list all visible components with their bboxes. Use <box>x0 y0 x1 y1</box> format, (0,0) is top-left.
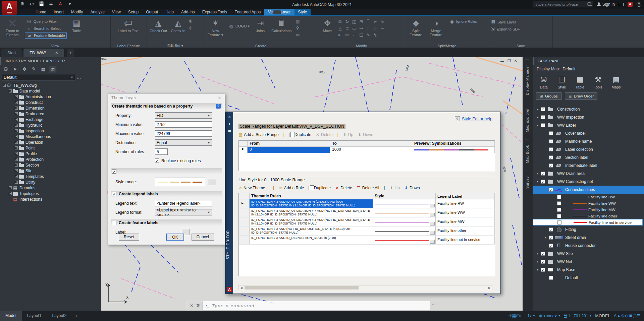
layer-checkbox[interactable]: ✓ <box>541 115 545 119</box>
feature-selectable-button[interactable]: ▰Feature Selectable <box>25 33 67 39</box>
layer-checkbox[interactable] <box>557 220 561 224</box>
lengthen-icon[interactable]: ⟝ <box>379 25 386 31</box>
scroll-right-icon[interactable]: ▶ <box>487 286 492 290</box>
reverse-icon[interactable]: ↯ <box>372 32 379 38</box>
explorer-tree-item[interactable]: + Domains <box>0 185 100 191</box>
layer-checkbox[interactable]: ✓ <box>549 139 553 143</box>
save-layer-button[interactable]: 🖪Save Layer <box>491 19 520 24</box>
draw-order-button[interactable]: ≣Draw Order <box>565 92 598 100</box>
snap-mode-icon[interactable]: ⊞ <box>516 313 520 318</box>
explorer-tree-item[interactable]: - Data model <box>0 88 100 94</box>
current-view-dropdown[interactable]: ⊕<none>▼ <box>539 313 561 318</box>
command-input[interactable]: ›_ Type a command <box>203 301 430 310</box>
tree-expander-icon[interactable]: + <box>15 169 18 172</box>
layer-checkbox[interactable] <box>557 195 561 199</box>
autocad-logo-icon[interactable]: AM3D <box>2 1 17 15</box>
tree-expander-icon[interactable]: + <box>15 118 18 121</box>
layer-checkbox[interactable]: ✓ <box>541 180 545 184</box>
tree-expander-icon[interactable]: ▾ <box>536 268 539 271</box>
layer-checkbox[interactable] <box>557 208 561 212</box>
ribbon-panel-chooser[interactable]: ▾ <box>273 9 283 15</box>
edit-set-extra1-icon[interactable]: ❋ <box>189 18 192 24</box>
rule-expression-cell[interactable]: ID_FUNCTION = 3 AND ID_UTILISATION = 4 A… <box>250 217 373 226</box>
validate-icon[interactable]: ✥ <box>21 66 28 72</box>
tree-expander-icon[interactable]: ▸ <box>536 172 539 175</box>
task-pane-tool-button[interactable]: ⛁ Data <box>535 75 552 89</box>
legend-text-input[interactable]: <Enter the legend label> <box>155 200 212 206</box>
layer-tree-item[interactable]: Facility line WW <box>533 200 644 206</box>
chamfer-icon[interactable]: ⌐ <box>372 18 379 25</box>
tree-expander-icon[interactable]: + <box>15 158 18 161</box>
task-pane-tool-button[interactable]: ▦ Table <box>572 75 588 89</box>
explorer-tree-item[interactable]: + Hydraulic <box>0 122 100 128</box>
style-range-checkbox[interactable]: ✓ <box>112 169 116 174</box>
edit-set-extra2-icon[interactable]: ❊ <box>189 25 192 31</box>
layer-checkbox[interactable]: ✓ <box>549 244 553 248</box>
duplicate-rule-button[interactable]: Duplicate <box>309 186 331 190</box>
tree-expander-icon[interactable]: ▾ <box>536 180 539 183</box>
tree-expander-icon[interactable]: + <box>15 141 18 144</box>
legend-label-cell[interactable]: Facility line other <box>436 227 495 235</box>
column-from[interactable]: From <box>248 141 330 146</box>
grid-display-icon[interactable]: ▦ <box>512 313 516 318</box>
tree-expander-icon[interactable]: ▾ <box>536 124 539 127</box>
explorer-tree-item[interactable]: + Administration <box>0 94 100 100</box>
ribbon-tab[interactable]: Featured Apps <box>231 9 264 15</box>
feature-labels-checkbox[interactable] <box>112 221 116 225</box>
minimize-icon[interactable]: ▬ <box>500 59 504 63</box>
isolate-objects-icon[interactable]: ⊙ <box>625 313 629 318</box>
rule-expression-cell[interactable]: ID_FUNCTION = 3 AND ID_UTILISATION = 7 A… <box>250 208 373 217</box>
style-cell[interactable]: … <box>373 208 436 217</box>
layer-checkbox[interactable]: ✓ <box>541 107 545 111</box>
delete-button[interactable]: ✕Delete <box>316 132 333 137</box>
layer-checkbox[interactable]: ✓ <box>541 252 545 256</box>
explorer-tree-item[interactable]: + Protection <box>0 156 100 162</box>
tree-expander-icon[interactable]: ▸ <box>536 108 539 111</box>
ribbon-tab[interactable]: View <box>108 9 124 15</box>
merge-feature-button[interactable]: ◑ Merge Feature <box>427 17 445 43</box>
scrollbar-thumb[interactable] <box>245 286 359 290</box>
explorer-tree-item[interactable]: - TB_WW.dwg <box>0 82 100 88</box>
new-feature-button[interactable]: ✶ New Feature ▾ <box>206 17 225 43</box>
layer-tree-item[interactable]: none ✓ Section label <box>533 153 644 162</box>
check-out-button[interactable]: ◮ Check Out <box>149 17 168 43</box>
tab-start[interactable]: Start <box>1 49 22 57</box>
help-icon[interactable]: ? <box>637 2 641 7</box>
cancel-button[interactable]: Cancel <box>192 234 214 241</box>
layer-tree-item[interactable]: ▸ ✓ WW Net <box>533 258 644 266</box>
label-to-text-button[interactable]: 🏷 Label to Text <box>113 17 144 43</box>
explorer-tree-item[interactable]: + Exchange <box>0 117 100 122</box>
layer-tree-item[interactable]: ▸ ✓ WW Site <box>533 250 644 258</box>
join-icon[interactable]: ⌐ <box>351 32 358 38</box>
annotation-visibility-icon[interactable]: A <box>614 313 617 318</box>
task-pane-tool-button[interactable]: ⚒ Tools <box>590 75 606 89</box>
create-extra1-icon[interactable]: ▥ <box>296 18 300 24</box>
legend-label-cell[interactable]: Facility line WW <box>436 208 495 217</box>
layer-checkbox[interactable]: ✓ <box>549 228 553 232</box>
style-browse-button[interactable]: … <box>430 231 435 235</box>
legend-label-cell[interactable]: Facility line RW <box>436 199 495 208</box>
break-icon[interactable]: ✂ <box>344 32 351 38</box>
infer-constraints-icon[interactable]: ✛ <box>508 313 512 318</box>
move-button[interactable]: ✥ Move <box>320 17 335 43</box>
rule-expression-cell[interactable]: ID_FUNCTION = 3 AND (NOT ID_DISPOSITION_… <box>250 227 373 235</box>
style-cell[interactable]: … <box>373 199 436 208</box>
style-cell[interactable]: … <box>373 227 436 235</box>
layer-tree-item[interactable]: ▸ ✓ Street drain <box>533 234 644 242</box>
tree-expander-icon[interactable]: + <box>9 186 12 189</box>
layer-tree-item[interactable]: none ✓ Intermediate label <box>533 162 644 170</box>
rule-expression-cell[interactable]: ID_FUNCTION = 3 AND ID_DISPOSITION_STATE… <box>250 236 373 244</box>
layer-tree-item[interactable]: none ✓ Connection lines <box>533 186 644 194</box>
thematic-rule-row[interactable]: ID_FUNCTION = 3 AND ID_UTILISATION = 4 A… <box>239 217 495 227</box>
layer-checkbox[interactable]: ✓ <box>549 188 553 192</box>
to-cell[interactable]: 1000 <box>330 147 412 153</box>
query-to-filter-button[interactable]: ⛁Query to Filter <box>25 18 67 24</box>
property-select[interactable]: FID▼ <box>155 112 212 119</box>
legend-labels-checkbox[interactable]: ✓ <box>112 192 116 196</box>
viewport-scale-dropdown[interactable]: 1 : 701.201▼ <box>564 314 592 318</box>
side-tab[interactable]: Display Manager <box>525 59 529 101</box>
ortho-mode-icon[interactable]: ∟ <box>520 313 524 318</box>
restore-icon[interactable]: ❐ <box>507 59 511 63</box>
autodesk-a-icon[interactable]: A <box>628 2 633 7</box>
column-legend-label[interactable]: Legend Label <box>436 193 495 199</box>
